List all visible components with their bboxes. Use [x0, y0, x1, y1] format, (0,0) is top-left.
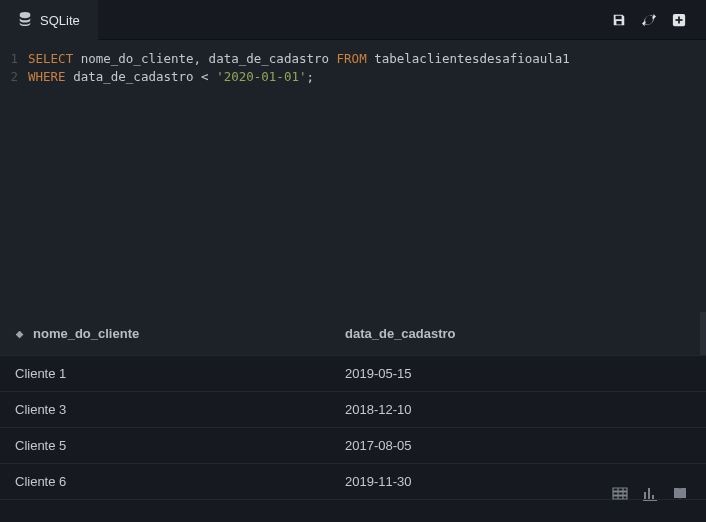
- save-icon[interactable]: [612, 13, 626, 27]
- code-line: 2WHERE data_de_cadastro < '2020-01-01';: [0, 68, 706, 86]
- view-switcher: [612, 486, 688, 502]
- cell: Cliente 1: [15, 366, 345, 381]
- column-header[interactable]: data_de_cadastro: [345, 326, 706, 341]
- cell: 2018-12-10: [345, 402, 706, 417]
- table-view-icon[interactable]: [612, 486, 628, 502]
- table-row[interactable]: Cliente 32018-12-10: [0, 392, 706, 428]
- cell: Cliente 5: [15, 438, 345, 453]
- sql-editor[interactable]: 1SELECT nome_do_cliente, data_de_cadastr…: [0, 40, 706, 312]
- toolbar-actions: [612, 13, 706, 27]
- book-view-icon[interactable]: [672, 486, 688, 502]
- svg-rect-2: [676, 19, 683, 21]
- chart-view-icon[interactable]: [642, 486, 658, 502]
- tab-sqlite[interactable]: SQLite: [0, 0, 98, 40]
- add-icon[interactable]: [672, 13, 686, 27]
- table-row[interactable]: Cliente 52017-08-05: [0, 428, 706, 464]
- sort-icon: ⯁: [15, 329, 25, 340]
- cell: 2017-08-05: [345, 438, 706, 453]
- tab-label: SQLite: [40, 13, 80, 28]
- refresh-icon[interactable]: [642, 13, 656, 27]
- cell: 2019-05-15: [345, 366, 706, 381]
- column-label: data_de_cadastro: [345, 326, 456, 341]
- cell: Cliente 3: [15, 402, 345, 417]
- results-table: ⯁ nome_do_cliente data_de_cadastro Clien…: [0, 312, 706, 500]
- line-number: 2: [0, 68, 28, 86]
- database-icon: [18, 12, 32, 29]
- column-header[interactable]: ⯁ nome_do_cliente: [15, 326, 345, 341]
- column-label: nome_do_cliente: [33, 326, 139, 341]
- table-header: ⯁ nome_do_cliente data_de_cadastro: [0, 312, 706, 356]
- table-row[interactable]: Cliente 62019-11-30: [0, 464, 706, 500]
- code-text: SELECT nome_do_cliente, data_de_cadastro…: [28, 50, 570, 68]
- tab-bar: SQLite: [0, 0, 706, 40]
- table-row[interactable]: Cliente 12019-05-15: [0, 356, 706, 392]
- code-text: WHERE data_de_cadastro < '2020-01-01';: [28, 68, 314, 86]
- code-line: 1SELECT nome_do_cliente, data_de_cadastr…: [0, 50, 706, 68]
- line-number: 1: [0, 50, 28, 68]
- cell: Cliente 6: [15, 474, 345, 489]
